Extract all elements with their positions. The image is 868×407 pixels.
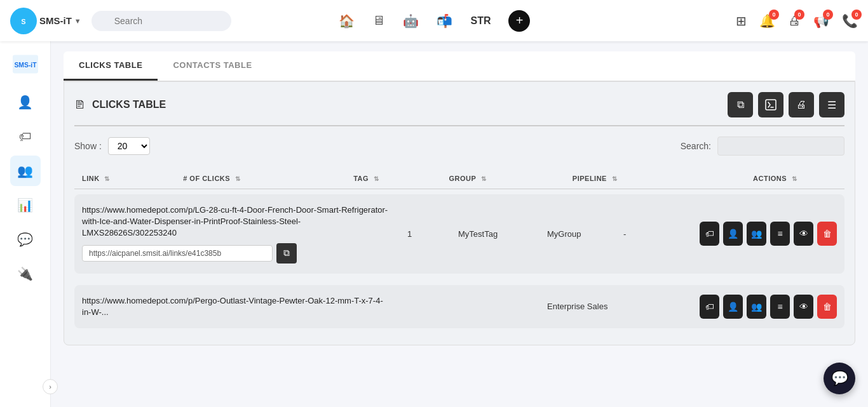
tabs-row: CLICKS TABLE CONTACTS TABLE: [64, 51, 855, 81]
row-card-inner-2: https://www.homedepot.com/p/Pergo-Outlas…: [74, 285, 844, 328]
row-tag-2: [451, 297, 539, 317]
table-row: https://www.homedepot.com/p/Pergo-Outlas…: [74, 280, 844, 335]
bell-icon-btn[interactable]: 🔔 0: [759, 13, 775, 29]
phone-icon-btn[interactable]: 📞 0: [842, 13, 858, 29]
svg-text:S: S: [21, 18, 25, 25]
print-icon-btn[interactable]: 🖨 0: [788, 13, 801, 28]
table-head: LINK ⇅ # OF CLICKS ⇅ TAG ⇅ GROUP: [74, 168, 844, 189]
group-action-btn-1[interactable]: 👥: [747, 222, 766, 246]
row-pipeline-2: [616, 297, 692, 317]
row-card-1: https://www.homedepot.com/p/LG-28-cu-ft-…: [74, 194, 844, 274]
col-pipeline[interactable]: PIPELINE ⇅: [565, 168, 705, 189]
col-actions-sort-icon: ⇅: [792, 175, 797, 182]
grid-icon-btn[interactable]: ⊞: [736, 13, 747, 29]
sidebar-logo[interactable]: SMS-iT: [9, 51, 42, 77]
add-button[interactable]: +: [508, 10, 530, 32]
col-link-sort-icon: ⇅: [104, 175, 110, 182]
print-table-button[interactable]: 🖨: [789, 92, 814, 117]
col-tag[interactable]: TAG ⇅: [346, 168, 441, 189]
row-link-primary-1: https://www.homedepot.com/p/LG-28-cu-ft-…: [82, 204, 392, 239]
phone-badge: 0: [851, 10, 862, 20]
row-clicks-2: [400, 297, 451, 317]
brand-dropdown-icon: ▼: [74, 17, 81, 25]
svg-rect-4: [766, 100, 776, 110]
tag-action-btn-2[interactable]: 🏷: [700, 295, 719, 319]
col-clicks-sort-icon: ⇅: [235, 175, 241, 182]
table-card: 🖹 CLICKS TABLE ⧉ 🖨 ☰: [64, 81, 855, 345]
list-action-btn-2[interactable]: ≡: [770, 295, 790, 319]
brand-logo[interactable]: S SMS-iT ▼: [10, 8, 81, 34]
table-title-text: CLICKS TABLE: [92, 99, 166, 110]
col-link[interactable]: LINK ⇅: [74, 168, 175, 189]
row-card-inner-1: https://www.homedepot.com/p/LG-28-cu-ft-…: [74, 194, 844, 274]
excel-table-button[interactable]: [758, 92, 783, 117]
show-select[interactable]: 20 50 100: [108, 137, 150, 155]
col-group[interactable]: GROUP ⇅: [441, 168, 564, 189]
view-action-btn-2[interactable]: 👁: [794, 295, 813, 319]
megaphone-badge: 0: [823, 10, 833, 20]
sidebar-item-contacts[interactable]: 👥: [10, 156, 41, 186]
row-link-cell-1: https://www.homedepot.com/p/LG-28-cu-ft-…: [74, 194, 400, 274]
logo-circle: S: [10, 8, 37, 34]
search-input[interactable]: [92, 11, 231, 31]
megaphone-icon-btn[interactable]: 📢 0: [813, 13, 829, 29]
brand-name: SMS-iT: [39, 15, 72, 26]
controls-row: Show : 20 50 100 Search:: [74, 137, 844, 156]
table-row: https://www.homedepot.com/p/LG-28-cu-ft-…: [74, 189, 844, 280]
search-wrap: 🔍: [92, 11, 231, 31]
col-pipeline-sort-icon: ⇅: [612, 175, 618, 182]
col-clicks[interactable]: # OF CLICKS ⇅: [175, 168, 346, 189]
tab-clicks-table[interactable]: CLICKS TABLE: [64, 51, 158, 81]
table-header-row: LINK ⇅ # OF CLICKS ⇅ TAG ⇅ GROUP: [74, 168, 844, 189]
show-row: Show : 20 50 100: [74, 137, 150, 155]
sidebar-toggle[interactable]: ›: [43, 379, 58, 394]
main-content: CLICKS TABLE CONTACTS TABLE 🖹 CLICKS TAB…: [51, 41, 868, 407]
sidebar-item-plugin[interactable]: 🔌: [10, 258, 41, 289]
copy-table-button[interactable]: ⧉: [728, 92, 753, 117]
table-action-buttons: ⧉ 🖨 ☰: [728, 92, 844, 117]
link-short-wrap-1: ⧉: [82, 243, 392, 264]
tag-action-btn-1[interactable]: 🏷: [700, 222, 719, 246]
view-action-btn-1[interactable]: 👁: [794, 222, 813, 246]
row-actions-1: 🏷 👤 👥 ≡ 👁 🗑: [692, 214, 844, 253]
monitor-icon[interactable]: 🖥: [372, 13, 385, 28]
chat-widget[interactable]: 💬: [824, 363, 855, 394]
robot-icon[interactable]: 🤖: [403, 13, 419, 29]
svg-text:SMS-iT: SMS-iT: [14, 62, 37, 69]
table-title-row: 🖹 CLICKS TABLE: [74, 98, 166, 112]
show-label: Show :: [74, 141, 102, 151]
str-label[interactable]: STR: [470, 15, 491, 27]
sidebar: SMS-iT 👤 🏷 👥 📊 💬 🔌 ›: [0, 41, 51, 407]
inbox-icon[interactable]: 📬: [437, 13, 452, 29]
list-action-btn-1[interactable]: ≡: [770, 222, 790, 246]
bell-badge: 0: [769, 10, 779, 20]
person-action-btn-2[interactable]: 👤: [723, 295, 743, 319]
row-group-2: Enterprise Sales: [539, 291, 616, 321]
table-header: 🖹 CLICKS TABLE ⧉ 🖨 ☰: [74, 92, 844, 126]
search-row: Search:: [681, 137, 844, 156]
row-clicks-1: 1: [400, 219, 451, 249]
copy-short-link-1[interactable]: ⧉: [276, 243, 297, 264]
col-actions[interactable]: ACTIONS ⇅: [705, 168, 844, 189]
person-action-btn-1[interactable]: 👤: [723, 222, 743, 246]
group-action-btn-2[interactable]: 👥: [747, 295, 766, 319]
delete-action-btn-2[interactable]: 🗑: [817, 295, 837, 319]
row-actions-2: 🏷 👤 👥 ≡ 👁 🗑: [692, 287, 844, 326]
sidebar-item-tag[interactable]: 🏷: [10, 121, 41, 152]
sidebar-item-person[interactable]: 👤: [10, 87, 41, 117]
tab-contacts-table[interactable]: CONTACTS TABLE: [158, 51, 267, 81]
row-link-primary-2: https://www.homedepot.com/p/Pergo-Outlas…: [82, 295, 392, 318]
home-icon[interactable]: 🏠: [339, 13, 355, 29]
sidebar-item-reports[interactable]: 📊: [10, 190, 41, 220]
row-link-cell-2: https://www.homedepot.com/p/Pergo-Outlas…: [74, 285, 400, 328]
columns-table-button[interactable]: ☰: [819, 92, 844, 117]
table-search-input[interactable]: [717, 137, 844, 156]
link-short-input-1[interactable]: [82, 245, 273, 262]
delete-action-btn-1[interactable]: 🗑: [817, 222, 837, 246]
row-group-1: MyGroup: [539, 219, 616, 249]
body-wrap: SMS-iT 👤 🏷 👥 📊 💬 🔌 › CLICKS TABLE CONTAC…: [0, 41, 868, 407]
top-nav: S SMS-iT ▼ 🔍 🏠 🖥 🤖 📬 STR + ⊞ 🔔 0 🖨 0 📢 0: [0, 0, 868, 41]
row-pipeline-1: -: [616, 219, 692, 249]
sidebar-item-messages[interactable]: 💬: [10, 224, 41, 255]
col-group-sort-icon: ⇅: [481, 175, 487, 182]
